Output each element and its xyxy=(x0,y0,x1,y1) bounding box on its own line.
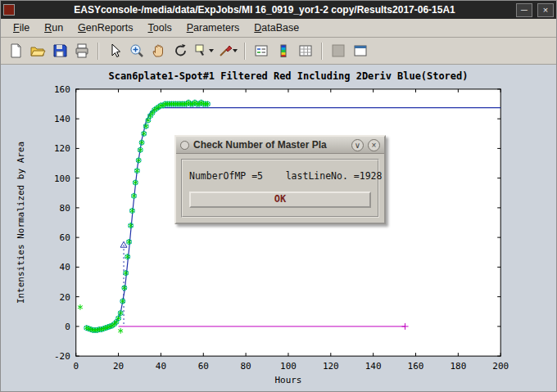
svg-text:Intensities Normalized by Area: Intensities Normalized by Area xyxy=(16,142,26,304)
svg-text:Scan6plate1-Spot#1 Filtered Re: Scan6plate1-Spot#1 Filtered Red Includin… xyxy=(109,70,469,82)
svg-text:-20: -20 xyxy=(54,351,70,362)
svg-text:160: 160 xyxy=(408,361,424,372)
new-figure-button[interactable] xyxy=(5,40,26,61)
minimize-button[interactable]: ─ xyxy=(516,3,532,17)
menu-run[interactable]: Run xyxy=(37,20,70,36)
printer-icon xyxy=(74,43,90,59)
svg-text:0: 0 xyxy=(73,361,79,372)
check-master-plates-dialog: Check Number of Master Pla ∨ × NumberOfM… xyxy=(174,135,386,224)
svg-text:60: 60 xyxy=(60,232,70,243)
data-cursor-button[interactable] xyxy=(192,40,215,61)
toolbar xyxy=(1,38,556,65)
svg-text:120: 120 xyxy=(323,361,339,372)
edit-plot-button[interactable] xyxy=(104,40,125,61)
brush-data-button[interactable] xyxy=(216,40,239,61)
svg-text:140: 140 xyxy=(365,361,382,372)
dialog-message: NumberOfMP =5 lastLineNo. =1928 xyxy=(189,170,371,182)
menubar: File Run GenReports Tools Parameters Dat… xyxy=(1,19,556,38)
toolbar-separator xyxy=(321,43,323,60)
toolbar-separator xyxy=(244,43,246,60)
ok-button[interactable]: OK xyxy=(189,191,371,208)
svg-text:160: 160 xyxy=(54,84,70,95)
dialog-menu-icon[interactable] xyxy=(180,141,189,150)
insert-legend-button[interactable] xyxy=(251,40,272,61)
svg-text:180: 180 xyxy=(450,361,466,372)
dock-figure-button[interactable] xyxy=(350,40,371,61)
svg-text:0: 0 xyxy=(65,322,70,332)
pan-hand-icon xyxy=(151,43,167,59)
dialog-close-button[interactable]: × xyxy=(368,139,380,151)
colorbar-icon xyxy=(275,43,292,59)
new-figure-icon xyxy=(7,43,24,59)
svg-text:60: 60 xyxy=(198,361,209,372)
rotate-3d-button[interactable] xyxy=(170,40,192,61)
save-floppy-icon xyxy=(52,43,68,59)
show-grid-button[interactable] xyxy=(295,40,316,61)
svg-text:100: 100 xyxy=(54,173,70,184)
insert-colorbar-button[interactable] xyxy=(273,40,294,61)
open-folder-icon xyxy=(29,43,46,59)
rotate-arrow-icon xyxy=(173,43,189,59)
legend-icon xyxy=(253,43,269,59)
grid-icon xyxy=(297,43,314,59)
toolbar-separator xyxy=(97,43,99,60)
svg-text:20: 20 xyxy=(113,361,124,372)
window-titlebar[interactable]: EASYconsole-/media/data/ExpJobs/MI 16_09… xyxy=(1,1,556,19)
dialog-title: Check Number of Master Pla xyxy=(193,139,347,151)
svg-text:20: 20 xyxy=(60,292,70,303)
dialog-collapse-button[interactable]: ∨ xyxy=(351,139,364,151)
arrow-cursor-icon xyxy=(106,43,123,59)
window-title: EASYconsole-/media/data/ExpJobs/MI 16_09… xyxy=(18,4,511,16)
zoom-in-icon xyxy=(129,43,145,59)
svg-text:200: 200 xyxy=(492,361,509,372)
svg-text:120: 120 xyxy=(54,143,70,154)
data-cursor-icon xyxy=(193,43,215,59)
svg-text:80: 80 xyxy=(241,361,251,372)
figure-area: 020406080100120140160180200-200204060801… xyxy=(1,65,556,391)
menu-file[interactable]: File xyxy=(6,20,37,36)
menu-database[interactable]: DataBase xyxy=(247,20,306,36)
svg-text:40: 40 xyxy=(156,361,166,372)
app-icon xyxy=(3,4,15,16)
menu-tools[interactable]: Tools xyxy=(141,20,179,36)
brush-icon xyxy=(217,43,238,59)
menu-parameters[interactable]: Parameters xyxy=(179,20,247,36)
dialog-panel: NumberOfMP =5 lastLineNo. =1928 OK xyxy=(181,159,379,218)
menu-genreports[interactable]: GenReports xyxy=(70,20,140,36)
open-file-button[interactable] xyxy=(27,40,48,61)
svg-text:140: 140 xyxy=(54,114,70,124)
plot-tools-button[interactable] xyxy=(328,40,349,61)
app-window: EASYconsole-/media/data/ExpJobs/MI 16_09… xyxy=(0,0,557,392)
close-button[interactable]: × xyxy=(537,3,554,17)
plot-tools-icon xyxy=(330,43,346,59)
chart-canvas[interactable]: 020406080100120140160180200-200204060801… xyxy=(1,65,556,391)
print-figure-button[interactable] xyxy=(71,40,93,61)
svg-text:80: 80 xyxy=(60,203,70,214)
svg-text:40: 40 xyxy=(60,262,70,273)
pan-button[interactable] xyxy=(148,40,170,61)
zoom-in-button[interactable] xyxy=(126,40,147,61)
save-figure-button[interactable] xyxy=(49,40,70,61)
dock-window-icon xyxy=(352,43,369,59)
svg-text:Hours: Hours xyxy=(274,375,301,385)
svg-text:100: 100 xyxy=(280,361,297,372)
dialog-titlebar[interactable]: Check Number of Master Pla ∨ × xyxy=(176,137,384,154)
